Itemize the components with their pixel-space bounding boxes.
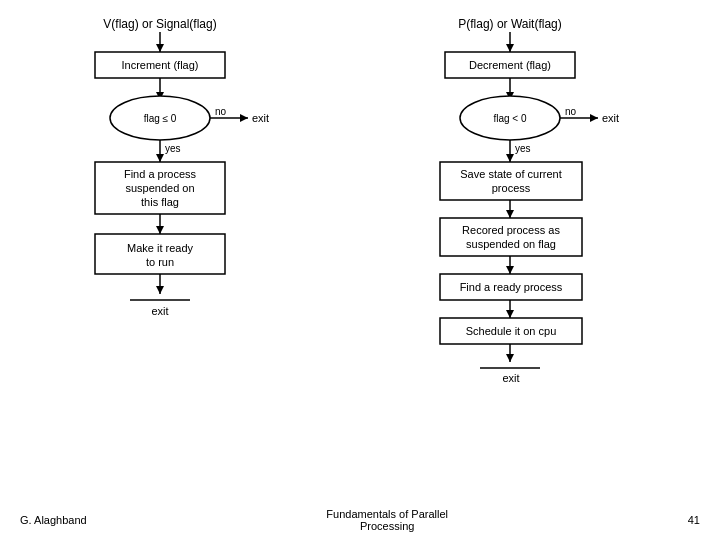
svg-text:suspended on: suspended on [125,182,194,194]
svg-text:Make it ready: Make it ready [127,242,194,254]
svg-marker-44 [506,154,514,162]
svg-text:yes: yes [165,143,181,154]
svg-text:Decrement (flag): Decrement (flag) [469,59,551,71]
svg-text:this flag: this flag [141,196,179,208]
svg-text:flag < 0: flag < 0 [493,113,527,124]
svg-marker-58 [506,310,514,318]
footer-title: Fundamentals of Parallel Processing [326,508,448,532]
svg-text:Save state of current: Save state of current [460,168,562,180]
svg-marker-21 [156,226,164,234]
svg-text:exit: exit [151,305,168,317]
svg-text:to run: to run [146,256,174,268]
svg-text:flag ≤ 0: flag ≤ 0 [144,113,177,124]
svg-text:exit: exit [252,112,269,124]
svg-rect-22 [95,234,225,274]
svg-text:process: process [492,182,531,194]
svg-marker-2 [156,44,164,52]
svg-marker-40 [590,114,598,122]
svg-marker-26 [156,286,164,294]
svg-text:no: no [565,106,577,117]
svg-marker-62 [506,354,514,362]
svg-text:Recored process as: Recored process as [462,224,560,236]
svg-text:no: no [215,106,227,117]
slide: V(flag) or Signal(flag) Increment (flag)… [0,0,720,540]
svg-text:suspended on flag: suspended on flag [466,238,556,250]
svg-text:yes: yes [515,143,531,154]
svg-marker-11 [240,114,248,122]
footer-author: G. Alaghband [20,514,87,526]
svg-text:Find a ready process: Find a ready process [460,281,563,293]
svg-marker-31 [506,44,514,52]
footer: G. Alaghband Fundamentals of Parallel Pr… [0,508,720,532]
svg-marker-49 [506,210,514,218]
svg-text:Find a process: Find a process [124,168,197,180]
svg-text:Schedule it on cpu: Schedule it on cpu [466,325,557,337]
svg-marker-15 [156,154,164,162]
footer-page: 41 [688,514,700,526]
svg-text:P(flag) or Wait(flag): P(flag) or Wait(flag) [458,17,562,31]
svg-marker-54 [506,266,514,274]
svg-text:exit: exit [502,372,519,384]
svg-text:V(flag) or Signal(flag): V(flag) or Signal(flag) [103,17,216,31]
svg-text:exit: exit [602,112,619,124]
diagram-svg: V(flag) or Signal(flag) Increment (flag)… [0,0,720,510]
svg-text:Increment (flag): Increment (flag) [121,59,198,71]
